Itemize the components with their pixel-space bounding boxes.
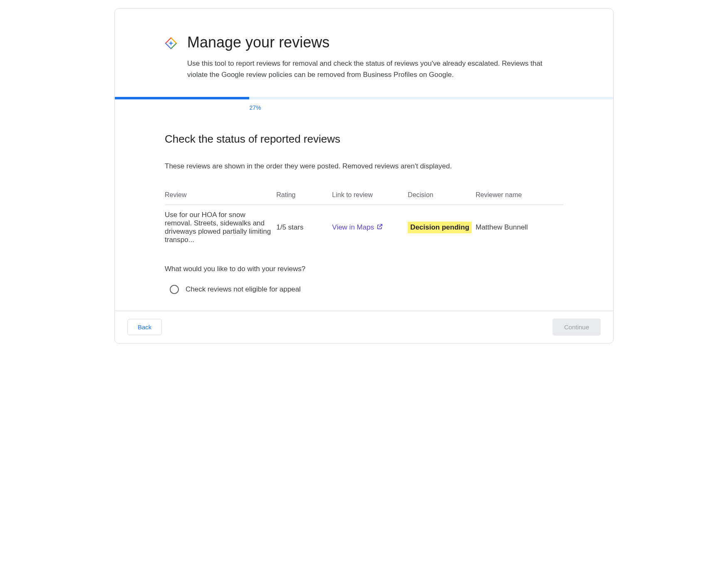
- progress-bar: 27%: [115, 97, 613, 99]
- col-header-review: Review: [165, 187, 276, 205]
- cell-rating: 1/5 stars: [276, 205, 332, 250]
- question-text: What would you like to do with your revi…: [165, 265, 563, 273]
- radio-icon: [170, 285, 179, 294]
- svg-marker-2: [171, 43, 176, 49]
- decision-badge: Decision pending: [408, 222, 472, 233]
- view-in-maps-label: View in Maps: [332, 223, 374, 232]
- col-header-reviewer: Reviewer name: [475, 187, 563, 205]
- col-header-decision: Decision: [408, 187, 475, 205]
- progress-fill: [115, 97, 249, 99]
- col-header-rating: Rating: [276, 187, 332, 205]
- external-link-icon: [376, 223, 383, 232]
- svg-line-4: [379, 225, 382, 227]
- svg-marker-3: [166, 43, 171, 49]
- page-title: Manage your reviews: [187, 34, 563, 51]
- view-in-maps-link[interactable]: View in Maps: [332, 223, 383, 232]
- table-row: Use for our HOA for snow removal. Street…: [165, 205, 563, 250]
- radio-option-label: Check reviews not eligible for appeal: [186, 285, 301, 294]
- header-section: Manage your reviews Use this tool to rep…: [115, 9, 613, 97]
- page-description: Use this tool to report reviews for remo…: [187, 58, 563, 80]
- section-heading: Check the status of reported reviews: [165, 133, 563, 146]
- cell-review-text: Use for our HOA for snow removal. Street…: [165, 205, 276, 250]
- reviews-table: Review Rating Link to review Decision Re…: [165, 187, 563, 250]
- continue-button[interactable]: Continue: [552, 319, 601, 336]
- content-section: Check the status of reported reviews The…: [115, 99, 613, 311]
- section-subtitle: These reviews are shown in the order the…: [165, 162, 563, 170]
- col-header-link: Link to review: [332, 187, 408, 205]
- radio-option-not-eligible[interactable]: Check reviews not eligible for appeal: [165, 285, 563, 294]
- cell-reviewer-name: Matthew Bunnell: [475, 205, 563, 250]
- back-button[interactable]: Back: [127, 319, 162, 335]
- progress-percent-label: 27%: [249, 104, 261, 111]
- footer-bar: Back Continue: [115, 311, 613, 343]
- svg-marker-1: [171, 38, 176, 43]
- manage-reviews-card: Manage your reviews Use this tool to rep…: [114, 8, 614, 343]
- google-sparkle-icon: [165, 37, 177, 51]
